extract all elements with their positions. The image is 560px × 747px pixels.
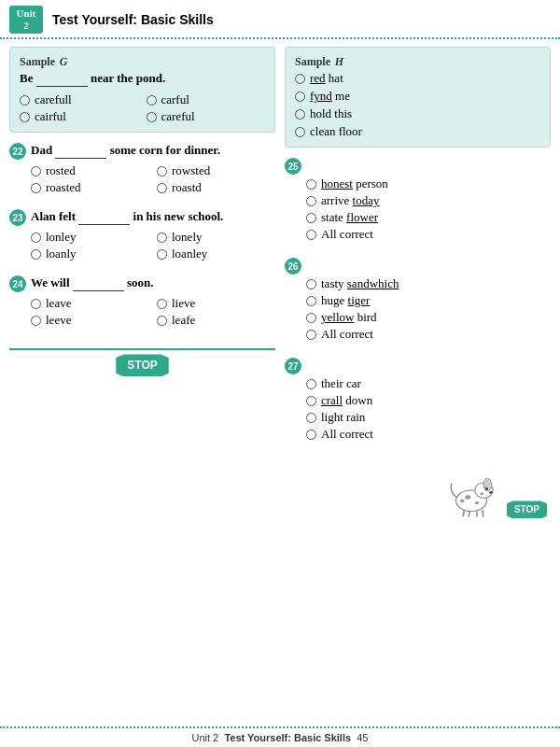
question-23-header: 23 Alan felt in his new school.	[9, 208, 275, 226]
list-item: All correct	[306, 227, 551, 242]
question-number: 22	[9, 143, 26, 160]
question-26: 26 tasty sandwhich huge tiger yellow bir…	[285, 257, 551, 342]
radio-icon[interactable]	[306, 330, 316, 340]
list-item: All correct	[306, 327, 551, 342]
radio-icon[interactable]	[20, 95, 30, 106]
list-item: tasty sandwhich	[306, 276, 551, 291]
question-number: 27	[285, 358, 301, 374]
list-item: carful	[147, 92, 266, 107]
sample-h-options: red hat fynd me hold this clean floor	[295, 71, 540, 139]
list-item: carefull	[20, 92, 139, 107]
radio-icon[interactable]	[295, 74, 305, 84]
question-22-text: Dad some corn for dinner.	[31, 142, 220, 159]
question-23-text: Alan felt in his new school.	[31, 208, 223, 225]
question-25: 25 honest person arrive today state flow…	[285, 157, 551, 242]
radio-icon[interactable]	[306, 279, 316, 289]
radio-icon[interactable]	[295, 109, 305, 120]
radio-icon[interactable]	[306, 430, 316, 440]
right-column: Sample H red hat fynd me hold this	[285, 47, 551, 518]
radio-icon[interactable]	[306, 396, 316, 406]
question-number: 25	[285, 158, 301, 175]
left-column: Sample G Be near the pond. carefull carf…	[9, 47, 275, 518]
radio-icon[interactable]	[157, 166, 167, 176]
radio-icon[interactable]	[306, 179, 316, 190]
radio-icon[interactable]	[31, 233, 41, 243]
radio-icon[interactable]	[157, 183, 167, 193]
question-23: 23 Alan felt in his new school. lonley l…	[9, 208, 275, 261]
radio-icon[interactable]	[31, 299, 41, 309]
list-item: roastd	[157, 180, 275, 195]
list-item: hold this	[295, 106, 540, 121]
unit-badge: Unit 2	[9, 6, 43, 34]
sample-g-label: Sample G	[20, 55, 265, 69]
svg-point-10	[475, 501, 480, 504]
dog-area: STOP	[285, 462, 551, 518]
stop-line	[9, 348, 275, 350]
dog-illustration	[443, 462, 499, 518]
list-item: arrive today	[306, 193, 551, 208]
main-content: Sample G Be near the pond. carefull carf…	[0, 39, 560, 526]
question-number: 23	[9, 209, 26, 226]
question-22-header: 22 Dad some corn for dinner.	[9, 142, 275, 160]
list-item: lonley	[31, 230, 149, 245]
list-item: leeve	[31, 313, 149, 328]
radio-icon[interactable]	[306, 379, 316, 389]
list-item: yellow bird	[306, 310, 551, 325]
radio-icon[interactable]	[306, 230, 316, 240]
svg-point-4	[489, 491, 493, 494]
radio-icon[interactable]	[31, 249, 41, 260]
radio-icon[interactable]	[157, 316, 167, 326]
radio-icon[interactable]	[157, 233, 167, 243]
svg-line-5	[463, 510, 465, 517]
radio-icon[interactable]	[295, 92, 305, 102]
radio-icon[interactable]	[157, 299, 167, 309]
svg-point-12	[480, 493, 483, 496]
svg-point-11	[460, 500, 465, 503]
list-item: loanly	[31, 247, 149, 261]
stop-section: STOP	[9, 348, 275, 376]
radio-icon[interactable]	[147, 112, 157, 122]
list-item: their car	[306, 376, 551, 391]
radio-icon[interactable]	[306, 213, 316, 223]
question-26-header: 26	[285, 257, 551, 275]
list-item: honest person	[306, 176, 551, 191]
question-27: 27 their car crall down light rain All	[285, 357, 551, 442]
radio-icon[interactable]	[306, 413, 316, 423]
list-item: red hat	[295, 71, 540, 86]
radio-icon[interactable]	[157, 249, 167, 260]
list-item: careful	[147, 109, 266, 124]
radio-icon[interactable]	[306, 313, 316, 323]
svg-line-6	[469, 512, 470, 517]
list-item: crall down	[306, 393, 551, 408]
question-27-options: their car crall down light rain All corr…	[285, 376, 551, 442]
radio-icon[interactable]	[31, 316, 41, 326]
question-25-header: 25	[285, 157, 551, 175]
radio-icon[interactable]	[31, 166, 41, 176]
list-item: light rain	[306, 410, 551, 425]
radio-icon[interactable]	[295, 127, 305, 137]
sample-h-label: Sample H	[295, 55, 540, 69]
list-item: cairful	[20, 109, 139, 124]
list-item: All correct	[306, 427, 551, 442]
question-26-options: tasty sandwhich huge tiger yellow bird A…	[285, 276, 551, 342]
question-number: 24	[9, 275, 26, 292]
question-24-header: 24 We will soon.	[9, 275, 275, 292]
svg-line-8	[483, 510, 483, 517]
list-item: huge tiger	[306, 293, 551, 308]
svg-point-13	[483, 486, 486, 488]
sample-g-box: Sample G Be near the pond. carefull carf…	[9, 47, 275, 133]
question-23-options: lonley lonely loanly loanley	[9, 230, 275, 261]
page-footer: Unit 2 Test Yourself: Basic Skills 45	[0, 726, 560, 747]
radio-icon[interactable]	[306, 196, 316, 206]
list-item: lieve	[157, 296, 275, 311]
question-24: 24 We will soon. leave lieve leeve	[9, 275, 275, 328]
stop-sign-small: STOP	[507, 500, 547, 518]
radio-icon[interactable]	[306, 296, 316, 306]
radio-icon[interactable]	[20, 112, 30, 122]
radio-icon[interactable]	[147, 95, 157, 106]
question-25-options: honest person arrive today state flower …	[285, 176, 551, 242]
stop-sign: STOP	[116, 354, 168, 376]
question-24-text: We will soon.	[31, 275, 154, 291]
list-item: leafe	[157, 313, 275, 328]
radio-icon[interactable]	[31, 183, 41, 193]
